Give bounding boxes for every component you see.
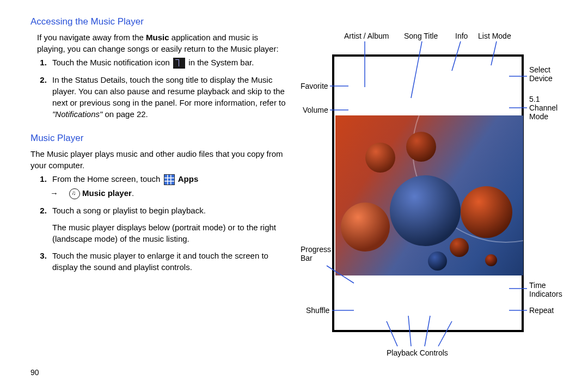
steps-list-2: From the Home screen, touch Apps →Music … — [37, 173, 287, 273]
steps-list-1: Touch the Music notification icon in the… — [37, 57, 287, 120]
svg-line-14 — [425, 316, 430, 346]
intro-app-bold: Music — [146, 33, 169, 42]
mp1-apps-bold: Apps — [178, 174, 199, 183]
mp2-sub: The music player displays below (portrai… — [52, 222, 287, 244]
mp-step-2: Touch a song or playlist to begin playba… — [49, 205, 287, 244]
intro-paragraph: If you navigate away from the Music appl… — [37, 32, 287, 54]
mp1-line2: →Music player. — [52, 187, 287, 199]
page-number: 90 — [30, 368, 39, 377]
step2-text-a: In the Status Details, touch the song ti… — [52, 75, 286, 107]
mp1-period: . — [132, 188, 134, 198]
step2-text-b: on page 22. — [102, 109, 148, 119]
mp-step-3: Touch the music player to enlarge it and… — [49, 250, 287, 273]
svg-line-6 — [327, 266, 354, 283]
step1-text-a: Touch the Music notification icon — [52, 58, 172, 67]
svg-line-2 — [452, 41, 461, 71]
page-root: Accessing the Music Player If you naviga… — [0, 0, 588, 392]
step2-ref: "Notifications" — [52, 109, 102, 119]
label-playback: Playback Controls — [387, 348, 448, 357]
heading-music-player: Music Player — [30, 132, 287, 145]
mp2-text: Touch a song or playlist to begin playba… — [52, 206, 206, 215]
callout-lines — [294, 0, 577, 348]
step-1: Touch the Music notification icon in the… — [49, 57, 287, 69]
svg-line-13 — [408, 316, 411, 346]
svg-line-12 — [387, 321, 397, 346]
mp-step-1: From the Home screen, touch Apps →Music … — [49, 173, 287, 199]
music-notification-icon — [173, 58, 185, 69]
music-player-icon — [69, 188, 80, 199]
heading-accessing: Accessing the Music Player — [30, 15, 287, 28]
step1-text-b: in the System bar. — [186, 58, 254, 67]
intro-text-a: If you navigate away from the — [37, 33, 146, 42]
mp1-text-a: From the Home screen, touch — [52, 174, 163, 183]
svg-line-1 — [411, 41, 422, 98]
left-column: Accessing the Music Player If you naviga… — [0, 0, 294, 392]
svg-line-3 — [491, 41, 497, 65]
svg-line-15 — [438, 321, 452, 346]
apps-grid-icon — [164, 174, 175, 185]
mp-intro: The Music player plays music and other a… — [30, 148, 287, 171]
step-2: In the Status Details, touch the song ti… — [49, 74, 287, 120]
right-column: Artist / Album Song Title Info List Mode… — [294, 0, 588, 392]
mp1-music-bold: Music player — [82, 188, 132, 198]
